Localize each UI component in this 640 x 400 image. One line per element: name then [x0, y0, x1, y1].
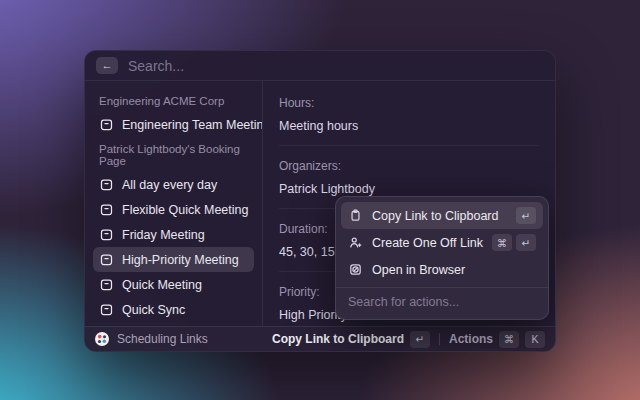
actions-menu-item[interactable]: Create One Off Link⌘↵ — [341, 229, 543, 256]
actions-menu-item-label: Create One Off Link — [372, 236, 483, 250]
detail-field-label: Hours: — [279, 96, 539, 110]
detail-field: Hours:Meeting hours — [279, 92, 539, 146]
actions-menu: Copy Link to Clipboard↵Create One Off Li… — [335, 196, 549, 320]
list-item[interactable]: Quick Sync — [93, 297, 254, 322]
list-item-label: Quick Sync — [122, 303, 185, 317]
list-item-label: All day every day — [122, 178, 217, 192]
person-add-icon — [348, 235, 363, 250]
back-button[interactable]: ← — [96, 57, 118, 74]
section-header: Engineering ACME Corp — [93, 89, 254, 112]
list-item-label: Flexible Quick Meeting — [122, 203, 248, 217]
search-input[interactable] — [128, 58, 544, 74]
actions-menu-items: Copy Link to Clipboard↵Create One Off Li… — [341, 202, 543, 283]
list-item[interactable]: Flexible Quick Meeting — [93, 197, 254, 222]
list-item[interactable]: All day every day — [93, 172, 254, 197]
list-item-label: High-Priority Meeting — [122, 253, 239, 267]
shortcut-badges: ↵ — [516, 207, 536, 224]
actions-menu-item[interactable]: Open in Browser — [341, 256, 543, 283]
actions-button[interactable]: Actions — [449, 332, 493, 346]
shortcut-badges: ⌘↵ — [492, 234, 536, 251]
meeting-list: Engineering ACME CorpEngineering Team Me… — [85, 81, 263, 326]
browser-icon — [348, 262, 363, 277]
scheduling-links-logo-icon — [95, 332, 109, 346]
detail-field-value: Patrick Lightbody — [279, 182, 539, 196]
clipboard-icon — [348, 208, 363, 223]
enter-key-badge: ↵ — [410, 331, 430, 348]
footer-divider — [439, 333, 440, 345]
calendar-icon — [99, 277, 114, 292]
key-badge: ↵ — [516, 207, 536, 224]
status-bar: Scheduling Links Copy Link to Clipboard … — [85, 326, 555, 351]
detail-field-value: Meeting hours — [279, 119, 539, 133]
list-item[interactable]: Friday Meeting — [93, 222, 254, 247]
actions-search — [336, 287, 548, 314]
k-key-badge: K — [525, 331, 545, 348]
primary-action-button[interactable]: Copy Link to Clipboard — [272, 332, 404, 346]
list-item-label: Quick Meeting — [122, 278, 202, 292]
calendar-icon — [99, 202, 114, 217]
detail-field-label: Organizers: — [279, 159, 539, 173]
app-name: Scheduling Links — [117, 332, 208, 346]
cmd-key-badge: ⌘ — [499, 331, 519, 348]
calendar-icon — [99, 227, 114, 242]
key-badge: ↵ — [516, 234, 536, 251]
actions-menu-item-label: Copy Link to Clipboard — [372, 209, 498, 223]
list-item-label: Engineering Team Meeting — [122, 118, 263, 132]
command-palette-window: ← Engineering ACME CorpEngineering Team … — [84, 50, 556, 352]
actions-search-input[interactable] — [348, 291, 536, 313]
section-header: Patrick Lightbody's Booking Page — [93, 137, 254, 172]
desktop-background: ← Engineering ACME CorpEngineering Team … — [0, 0, 640, 400]
calendar-icon — [99, 302, 114, 317]
calendar-icon — [99, 252, 114, 267]
list-item[interactable]: High-Priority Meeting — [93, 247, 254, 272]
list-item[interactable]: Engineering Team Meeting — [93, 112, 254, 137]
list-item-label: Friday Meeting — [122, 228, 205, 242]
actions-menu-item-label: Open in Browser — [372, 263, 465, 277]
key-badge: ⌘ — [492, 234, 512, 251]
actions-menu-item[interactable]: Copy Link to Clipboard↵ — [341, 202, 543, 229]
calendar-icon — [99, 117, 114, 132]
status-bar-actions: Copy Link to Clipboard ↵ Actions ⌘ K — [272, 331, 545, 348]
list-item[interactable]: Quick Meeting — [93, 272, 254, 297]
search-header: ← — [85, 51, 555, 81]
calendar-icon — [99, 177, 114, 192]
back-arrow-icon: ← — [102, 60, 113, 71]
